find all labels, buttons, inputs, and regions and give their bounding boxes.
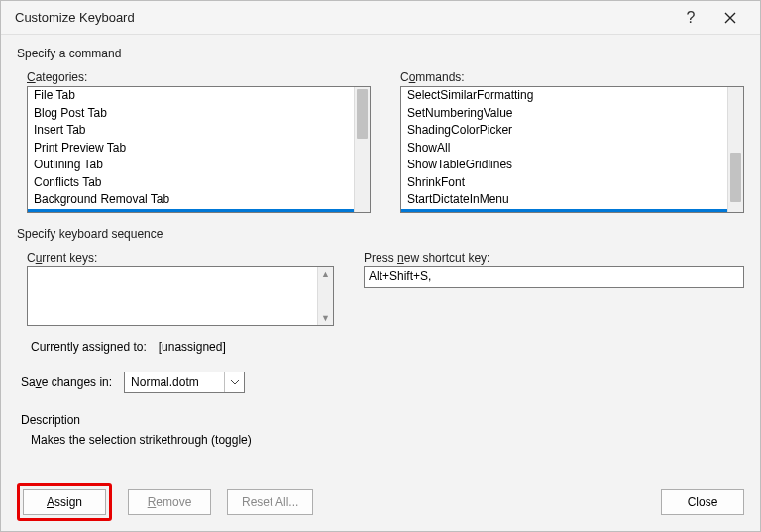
list-item[interactable]: ShowTableGridlines: [401, 157, 727, 174]
list-item[interactable]: ShrinkFont: [401, 174, 727, 192]
scroll-down-icon: ▼: [321, 313, 330, 323]
window-title: Customize Keyboard: [15, 10, 671, 25]
assign-button[interactable]: Assign: [23, 489, 106, 515]
titlebar: Customize Keyboard ?: [1, 1, 760, 35]
close-window-button[interactable]: [710, 4, 750, 32]
scrollbar[interactable]: ▲ ▼: [317, 267, 333, 325]
list-item[interactable]: Conflicts Tab: [28, 174, 354, 192]
help-icon: ?: [687, 9, 696, 27]
list-item[interactable]: SetNumberingValue: [401, 105, 727, 123]
commands-label: Commands:: [400, 70, 744, 84]
specify-command-label: Specify a command: [17, 47, 744, 60]
categories-listbox[interactable]: File TabBlog Post TabInsert TabPrint Pre…: [27, 86, 371, 213]
currently-assigned: Currently assigned to:[unassigned]: [31, 340, 744, 354]
scrollbar[interactable]: [727, 87, 743, 212]
save-changes-select[interactable]: Normal.dotm: [124, 372, 245, 393]
help-button[interactable]: ?: [671, 4, 710, 32]
scroll-up-icon: ▲: [321, 269, 330, 279]
list-item[interactable]: File Tab: [28, 87, 354, 105]
list-item[interactable]: Outlining Tab: [28, 157, 354, 174]
save-changes-value: Normal.dotm: [125, 375, 224, 389]
dialog-buttons: Assign Remove Reset All... Close: [1, 483, 760, 521]
save-changes-label: Save changes in:: [21, 375, 112, 389]
reset-all-button[interactable]: Reset All...: [227, 489, 313, 515]
remove-button[interactable]: Remove: [128, 489, 211, 515]
press-new-shortcut-label: Press new shortcut key:: [364, 251, 744, 265]
current-keys-label: Current keys:: [27, 251, 334, 265]
list-item[interactable]: Home Tab: [28, 209, 354, 213]
customize-keyboard-dialog: Customize Keyboard ? Specify a command C…: [0, 0, 761, 532]
list-item[interactable]: ShadingColorPicker: [401, 122, 727, 140]
close-icon: [724, 12, 736, 24]
specify-sequence-label: Specify keyboard sequence: [17, 227, 744, 241]
list-item[interactable]: SelectSimilarFormatting: [401, 87, 727, 105]
list-item[interactable]: Print Preview Tab: [28, 140, 354, 158]
list-item[interactable]: Insert Tab: [28, 122, 354, 140]
list-item[interactable]: ShowAll: [401, 140, 727, 158]
close-button[interactable]: Close: [661, 489, 744, 515]
assign-highlight: Assign: [17, 483, 112, 521]
scrollbar[interactable]: [354, 87, 370, 212]
chevron-down-icon: [224, 372, 244, 392]
description-heading: Description: [21, 413, 744, 427]
description-text: Makes the selection strikethrough (toggl…: [31, 433, 744, 447]
list-item[interactable]: Background Removal Tab: [28, 191, 354, 209]
list-item[interactable]: Strikethrough: [401, 209, 727, 213]
commands-listbox[interactable]: SelectSimilarFormattingSetNumberingValue…: [400, 86, 744, 213]
current-keys-box[interactable]: ▲ ▼: [27, 266, 334, 326]
scrollbar-thumb[interactable]: [357, 89, 368, 139]
list-item[interactable]: StartDictateInMenu: [401, 191, 727, 209]
new-shortcut-input[interactable]: Alt+Shift+S,: [364, 266, 744, 288]
scrollbar-thumb[interactable]: [730, 153, 741, 202]
list-item[interactable]: Blog Post Tab: [28, 105, 354, 123]
categories-label: Categories:: [27, 70, 371, 84]
